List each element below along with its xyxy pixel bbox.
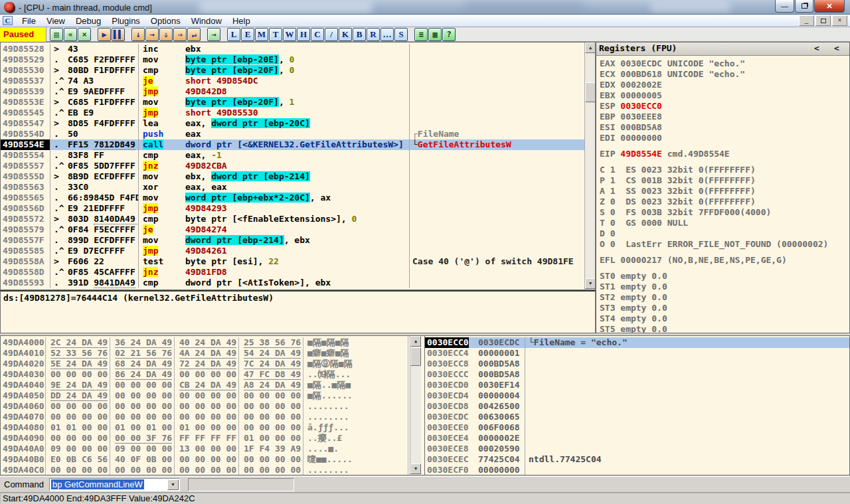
execute-till-return-button[interactable]: ↵: [187, 28, 201, 41]
scroll-down-icon[interactable]: ▼: [410, 463, 421, 474]
dump-row[interactable]: 49DA40A009 00 00 0009 00 00 0013 00 00 0…: [1, 444, 424, 454]
maximize-button[interactable]: [795, 0, 813, 13]
disasm-row[interactable]: 49D85572>803D 8140DA49 00cmpbyte ptr [<f…: [1, 214, 595, 224]
register-line[interactable]: P 1 CS 001B 32bit 0(FFFFFFFF): [600, 175, 849, 186]
dump-row[interactable]: 49DA407000 00 00 0000 00 00 0000 00 00 0…: [1, 412, 424, 422]
stack-row[interactable]: 0030ECEC77425C04ntdll.77425C04: [425, 454, 849, 465]
disasm-row[interactable]: 49D85585.^E9 D7ECFFFFjmp49D84261: [1, 246, 595, 256]
disasm-row[interactable]: 49D8558D.^0F85 45CAFFFFjnz49D81FD8: [1, 267, 595, 278]
register-line[interactable]: Z 0 DS 0023 32bit 0(FFFFFFFF): [600, 197, 849, 207]
register-line[interactable]: ESI 000BD5A8: [600, 122, 849, 133]
stack-row[interactable]: 0030ECDC00630065: [425, 412, 849, 422]
menu-item-help[interactable]: Help: [227, 15, 256, 27]
mdi-restore-button[interactable]: [815, 15, 831, 26]
register-line[interactable]: T 0 GS 0000 NULL: [600, 218, 849, 228]
animate-over-button[interactable]: ⇒: [173, 28, 187, 41]
dump-row[interactable]: 49DA409000 00 00 0000 00 3F 76FF FF FF F…: [1, 433, 424, 444]
options-menu-button[interactable]: ≡: [414, 28, 428, 41]
view-run-trace-button[interactable]: …: [381, 28, 394, 41]
open-file-button[interactable]: ▤: [50, 28, 63, 41]
stack-row[interactable]: 0030ECE800020590: [425, 444, 849, 454]
disasm-row[interactable]: 49D85565.66:89845D F4FDFFFFmovword ptr […: [1, 193, 595, 203]
menu-item-window[interactable]: Window: [186, 15, 227, 27]
register-line[interactable]: ST2 empty 0.0: [600, 292, 849, 303]
stack-row[interactable]: 0030ECD400000004: [425, 390, 849, 401]
register-line[interactable]: EDX 0002002E: [600, 80, 849, 90]
register-line[interactable]: O 0 LastErr ERROR_FILE_NOT_FOUND (000000…: [600, 239, 849, 250]
disasm-row[interactable]: 49D85547>8D85 F4FDFFFFleaeax, dword ptr …: [1, 118, 595, 129]
view-patches-button[interactable]: /: [325, 28, 338, 41]
command-input[interactable]: bp GetCommandLineW: [51, 479, 144, 489]
view-call-stack-button[interactable]: K: [339, 28, 352, 41]
register-line[interactable]: EIP 49D8554E cmd.49D8554E: [600, 149, 849, 159]
view-threads-button[interactable]: T: [269, 28, 282, 41]
stack-row[interactable]: 0030ECD00030EF14: [425, 380, 849, 390]
collapse-right-icon[interactable]: <: [827, 43, 847, 54]
disasm-row[interactable]: 49D85545.^EB E9jmpshort 49D85530: [1, 108, 595, 118]
dump-row[interactable]: 49DA403000 00 00 0086 24 DA 4900 00 00 0…: [1, 369, 424, 380]
disasm-row[interactable]: 49D85537.^74 A3jeshort 49D854DC: [1, 76, 595, 86]
stack-row[interactable]: 0030ECCC000BD5A8: [425, 369, 849, 380]
stack-row[interactable]: 0030ECE0006F0068: [425, 422, 849, 433]
disasm-row[interactable]: 49D8553E>C685 F1FDFFFF 01movbyte ptr [eb…: [1, 97, 595, 108]
close-button[interactable]: ✕: [814, 0, 845, 13]
register-line[interactable]: EDI 00000000: [600, 133, 849, 143]
step-over-button[interactable]: →: [145, 28, 159, 41]
view-handles-button[interactable]: H: [297, 28, 310, 41]
dump-row[interactable]: 49DA40205E 24 DA 4968 24 DA 4972 24 DA 4…: [1, 359, 424, 369]
dump-scrollbar[interactable]: ▲ ▼: [410, 336, 421, 475]
dump-row[interactable]: 49DA408001 01 00 0001 00 01 0001 00 00 0…: [1, 422, 424, 433]
run-button[interactable]: ▶: [98, 28, 111, 41]
animate-into-button[interactable]: ⇓: [159, 28, 173, 41]
stack-row[interactable]: 0030ECE40000002E: [425, 433, 849, 444]
mdi-minimize-button[interactable]: _: [799, 15, 814, 26]
dump-row[interactable]: 49DA40409E 24 DA 4900 00 00 00CB 24 DA 4…: [1, 380, 424, 390]
dump-row[interactable]: 49DA401052 33 56 7602 21 56 764A 24 DA 4…: [1, 348, 424, 359]
combobox-dropdown-icon[interactable]: ▼: [167, 479, 179, 490]
appearance-button[interactable]: ▦: [428, 28, 442, 41]
view-cpu-button[interactable]: C: [311, 28, 324, 41]
menu-item-options[interactable]: Options: [145, 15, 186, 27]
register-line[interactable]: D 0: [600, 228, 849, 239]
disasm-row[interactable]: 49D85563.33C0xoreax, eax: [1, 182, 595, 193]
disasm-row[interactable]: 49D8555D>8B9D ECFDFFFFmovebx, dword ptr …: [1, 171, 595, 182]
scrollbar-thumb[interactable]: [585, 82, 596, 102]
scroll-up-icon[interactable]: ▲: [585, 42, 596, 53]
close-process-button[interactable]: ×: [78, 28, 91, 41]
disasm-row[interactable]: 49D85530>80BD F1FDFFFF 00cmpbyte ptr [eb…: [1, 65, 595, 76]
pause-button[interactable]: ▌▌: [112, 28, 125, 41]
dump-row[interactable]: 49DA40B0E0 0B C6 5640 0F 0B 0000 00 00 0…: [1, 454, 424, 465]
stack-row[interactable]: 0030ECC00030ECDC└FileName = "echo.": [425, 337, 849, 348]
view-windows-button[interactable]: W: [283, 28, 296, 41]
view-references-button[interactable]: R: [367, 28, 380, 41]
stack-row[interactable]: 0030ECF000000000: [425, 465, 849, 475]
disasm-row[interactable]: 49D85554.83F8 FFcmpeax, -1: [1, 150, 595, 161]
register-line[interactable]: ST4 empty 0.0: [600, 313, 849, 324]
stack-row[interactable]: 0030ECC400000001: [425, 348, 849, 359]
minimize-button[interactable]: —: [775, 0, 794, 13]
disasm-row[interactable]: 49D8557F.899D ECFDFFFFmovdword ptr [ebp-…: [1, 235, 595, 246]
register-line[interactable]: A 1 SS 0023 32bit 0(FFFFFFFF): [600, 186, 849, 197]
disasm-row[interactable]: 49D8556D.^E9 21EDFFFFjmp49D84293: [1, 203, 595, 214]
scroll-up-icon[interactable]: ▲: [410, 336, 421, 347]
register-line[interactable]: EBX 00000005: [600, 90, 849, 101]
stack-row[interactable]: 0030ECD800426500: [425, 401, 849, 412]
mdi-close-button[interactable]: ×: [832, 15, 847, 26]
scroll-down-icon[interactable]: ▼: [585, 278, 596, 289]
disasm-row[interactable]: 49D85539.^E9 9AEDFFFFjmp49D842D8: [1, 86, 595, 97]
disasm-row[interactable]: 49D85593.391D 9841DA49cmpdword ptr [<AtI…: [1, 278, 595, 288]
dump-row[interactable]: 49DA40002C 24 DA 4936 24 DA 4940 24 DA 4…: [1, 337, 424, 348]
register-line[interactable]: EBP 0030EEE8: [600, 112, 849, 122]
register-line[interactable]: ST5 empty 0.0: [600, 324, 849, 333]
register-line[interactable]: EAX 0030ECDC UNICODE "echo.": [600, 58, 849, 69]
menu-item-file[interactable]: File: [17, 15, 41, 27]
view-memory-button[interactable]: M: [255, 28, 268, 41]
view-source-button[interactable]: S: [394, 28, 408, 41]
disasm-row[interactable]: 49D85529.C685 F2FDFFFF 00movbyte ptr [eb…: [1, 54, 595, 65]
disasm-row[interactable]: 49D8554D.50pusheax┌FileName: [1, 129, 595, 139]
view-log-button[interactable]: L: [227, 28, 240, 41]
disasm-row[interactable]: 49D85528>43incebx: [1, 44, 595, 54]
dump-row[interactable]: 49DA4050DD 24 DA 4900 00 00 0000 00 00 0…: [1, 390, 424, 401]
disasm-row[interactable]: 49D85579.^0F84 F5ECFFFFje49D84274: [1, 224, 595, 235]
restart-button[interactable]: «: [64, 28, 77, 41]
